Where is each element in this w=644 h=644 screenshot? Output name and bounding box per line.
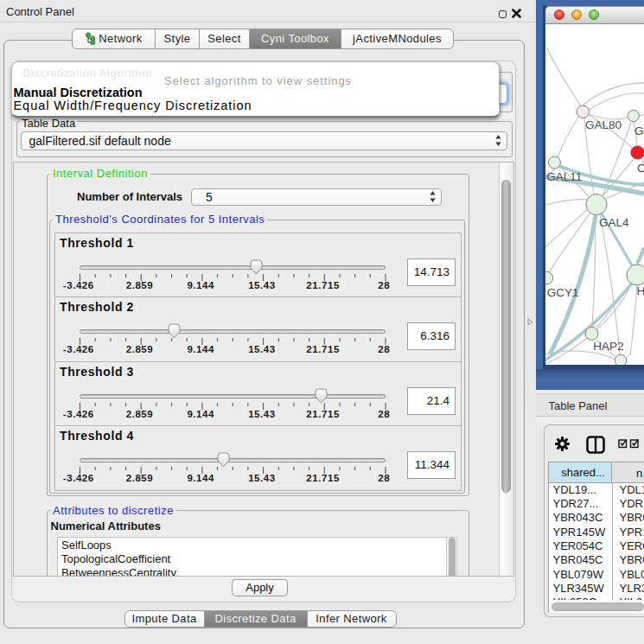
svg-text:GCY1: GCY1 (547, 286, 579, 299)
svg-text:GAL4: GAL4 (599, 216, 629, 229)
svg-text:HAP2: HAP2 (593, 340, 623, 353)
svg-text:H: H (637, 284, 644, 297)
svg-text:C: C (637, 162, 644, 175)
svg-text:GA: GA (634, 124, 644, 137)
svg-text:GAL80: GAL80 (585, 118, 622, 131)
svg-text:GAL11: GAL11 (546, 170, 582, 183)
